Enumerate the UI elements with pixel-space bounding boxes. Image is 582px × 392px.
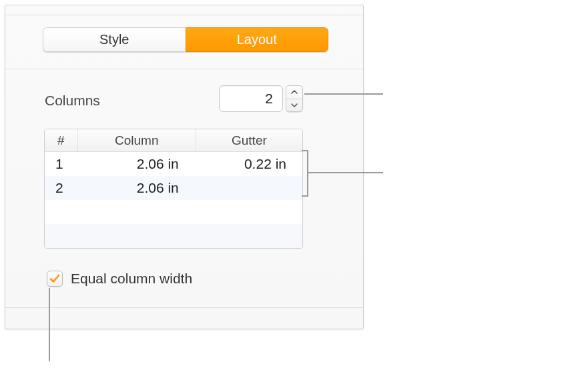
columns-label: Columns [45,93,100,109]
equal-width-checkbox[interactable] [47,271,63,287]
callout-line [304,93,383,95]
check-icon [49,273,61,285]
cell-number: 1 [45,156,78,172]
columns-stepper [219,85,303,112]
header-column[interactable]: Column [78,129,196,151]
divider [5,15,363,15]
stepper-buttons [286,85,303,112]
divider [5,69,363,69]
callout-line [302,195,308,197]
equal-width-label: Equal column width [71,271,192,287]
callout-line [49,288,50,361]
chevron-down-icon [291,102,298,109]
chevron-up-icon [291,89,298,95]
header-number[interactable]: # [45,129,78,151]
equal-width-row: Equal column width [47,271,192,287]
cell-gutter-width[interactable]: 0.22 in [196,156,302,172]
inspector-panel: Style Layout Columns # Column Gutter [5,5,364,329]
empty-rows [45,200,302,248]
tab-layout[interactable]: Layout [186,27,329,52]
table-header: # Column Gutter [45,129,302,152]
columns-count-input[interactable] [219,85,283,112]
callout-line [307,150,308,197]
stepper-down-button[interactable] [286,99,302,112]
tab-segmented-control: Style Layout [43,27,328,52]
cell-column-width[interactable]: 2.06 in [78,156,196,172]
callout-line [302,150,308,151]
stepper-up-button[interactable] [286,86,302,99]
divider [5,307,363,308]
header-gutter[interactable]: Gutter [196,129,302,151]
table-row[interactable]: 1 2.06 in 0.22 in [45,152,302,176]
columns-table: # Column Gutter 1 2.06 in 0.22 in 2 2.06… [44,129,303,249]
cell-column-width[interactable]: 2.06 in [78,180,196,196]
tab-style[interactable]: Style [43,27,186,52]
cell-number: 2 [45,180,78,196]
table-row[interactable]: 2 2.06 in [45,176,302,200]
callout-line [307,172,383,173]
